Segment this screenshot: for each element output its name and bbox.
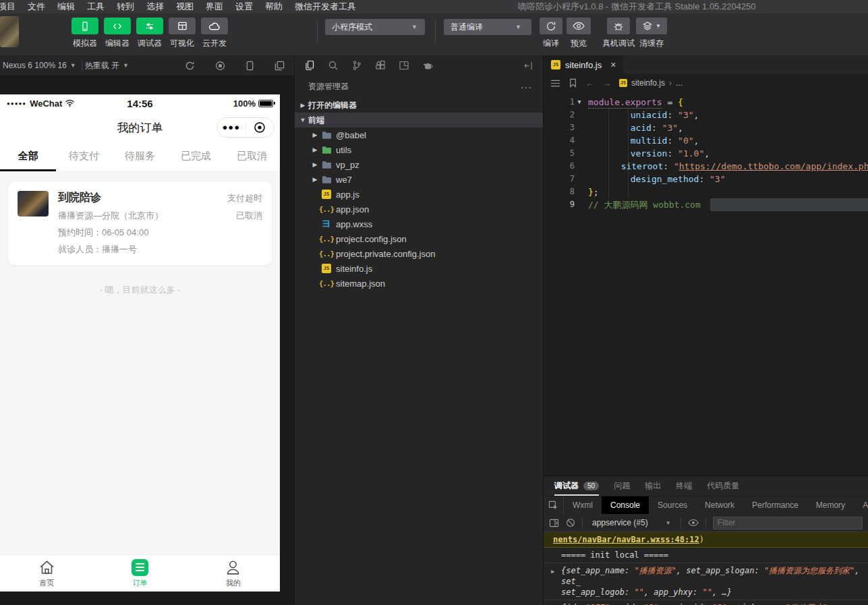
user-avatar[interactable] xyxy=(0,16,19,47)
theme-teapot-icon[interactable] xyxy=(422,61,434,70)
tree-item-project.config.json[interactable]: {..}project.config.json xyxy=(295,231,543,246)
toggle-模拟器[interactable]: 模拟器 xyxy=(71,18,98,49)
toggle-编辑器[interactable]: 编辑器 xyxy=(104,18,131,49)
chevron-down-icon: ▼ xyxy=(515,24,521,30)
tabbar-订单[interactable]: 订单 xyxy=(93,555,186,592)
debug-tab-问题[interactable]: 问题 xyxy=(614,476,630,496)
action-预览[interactable]: 预览 xyxy=(567,18,591,49)
context-select[interactable]: appservice (#5) ▼ xyxy=(589,518,674,527)
close-minimize-button[interactable] xyxy=(246,121,274,134)
tree-item-vp_pz[interactable]: ▶vp_pz xyxy=(295,157,543,172)
tree-item-app.json[interactable]: {..}app.json xyxy=(295,202,543,217)
close-icon[interactable]: × xyxy=(610,59,616,70)
record-icon[interactable] xyxy=(215,61,225,71)
tree-item-sitemap.json[interactable]: {..}sitemap.json xyxy=(295,276,543,291)
menu-9[interactable]: 帮助 xyxy=(265,1,283,13)
more-menu-button[interactable]: ●●● xyxy=(217,119,245,136)
js-file-icon: JS xyxy=(619,79,627,87)
console-eye-icon[interactable] xyxy=(688,519,699,527)
expand-arrow-icon[interactable]: ▶ xyxy=(551,566,554,577)
tree-item-we7[interactable]: ▶we7 xyxy=(295,172,543,187)
tabbar-首页[interactable]: 首页 xyxy=(0,555,93,592)
clear-console-icon[interactable] xyxy=(566,518,575,527)
editor-tab-siteinfo[interactable]: JS siteinfo.js × xyxy=(544,55,623,74)
menu-4[interactable]: 转到 xyxy=(117,1,134,13)
filter-input[interactable] xyxy=(713,517,863,529)
debug-tab-代码质量[interactable]: 代码质量 xyxy=(707,476,739,496)
toggle-可视化[interactable]: 可视化 xyxy=(169,18,196,49)
toggle-云开发[interactable]: 云开发 xyxy=(201,18,228,49)
devtools-tab-Network[interactable]: Network xyxy=(696,496,743,514)
action-编译[interactable]: 编译 xyxy=(540,18,562,49)
tree-section-前端[interactable]: ▼前端 xyxy=(295,113,543,127)
tree-item-project.private.config.json[interactable]: {..}project.private.config.json xyxy=(295,246,543,261)
menu-0[interactable]: 项目 xyxy=(0,1,16,13)
code-line-4: 4 multiid: "0", xyxy=(544,134,868,147)
debug-tab-调试器[interactable]: 调试器50 xyxy=(554,476,599,496)
bookmark-icon[interactable] xyxy=(569,78,577,88)
source-location-link[interactable]: nents/navBar/navBar.wxss:48:12 xyxy=(553,535,699,544)
url-link[interactable]: https://demo.ttbobo.com/app/index.php xyxy=(679,160,868,173)
console-message-2[interactable]: ▶{set_app_name: "播播资源", set_app_slogan: … xyxy=(544,563,868,600)
menu-6[interactable]: 视图 xyxy=(176,1,194,13)
menu-1[interactable]: 文件 xyxy=(28,1,45,13)
menu-5[interactable]: 选择 xyxy=(146,1,164,13)
tree-item-siteinfo.js[interactable]: JSsiteinfo.js xyxy=(295,261,543,276)
toggle-调试器[interactable]: 调试器 xyxy=(136,18,163,49)
cloud-icon xyxy=(201,18,228,34)
nav-back-icon[interactable]: ← xyxy=(585,78,594,88)
code-editor[interactable]: 1▼module.exports = {2 uniacid: "3",3 aci… xyxy=(544,92,868,476)
menu-3[interactable]: 工具 xyxy=(87,1,105,13)
files-icon[interactable] xyxy=(304,60,315,71)
mode-select[interactable]: 小程序模式 ▼ xyxy=(325,19,425,35)
devtools-tab-AppData[interactable]: AppData xyxy=(854,496,868,514)
tree-item-@babel[interactable]: ▶@babel xyxy=(295,127,543,142)
inspect-element-icon[interactable] xyxy=(544,496,564,514)
hot-reload-select[interactable]: 热重载 开 ▼ xyxy=(80,60,134,71)
dock-side-icon[interactable] xyxy=(549,519,559,527)
console-message-0[interactable]: nents/navBar/navBar.wxss:48:12) xyxy=(544,532,868,548)
tree-item-utils[interactable]: ▶utils xyxy=(295,142,543,157)
fold-icon[interactable]: ▼ xyxy=(575,96,584,109)
debug-tab-输出[interactable]: 输出 xyxy=(645,476,661,496)
tab-全部[interactable]: 全部 xyxy=(0,143,56,171)
compile-mode-select[interactable]: 普通编译 ▼ xyxy=(444,19,531,35)
tab-待支付[interactable]: 待支付 xyxy=(56,143,112,171)
devtools-tab-Wxml[interactable]: Wxml xyxy=(564,496,602,514)
multi-window-icon[interactable] xyxy=(274,61,285,71)
outline-icon[interactable] xyxy=(550,79,560,88)
tab-已取消[interactable]: 已取消 xyxy=(224,143,280,171)
extensions-icon[interactable] xyxy=(375,60,386,71)
breadcrumb-file[interactable]: JS siteinfo.js › ... xyxy=(619,78,683,88)
source-control-icon[interactable] xyxy=(351,60,362,71)
action-真机调试[interactable]: 真机调试 xyxy=(602,18,635,49)
order-hospital: 播播资源—分院（北京市） xyxy=(58,210,236,222)
order-card[interactable]: 到院陪诊 支付超时 播播资源—分院（北京市） 已取消 预约时间：06-05 04… xyxy=(8,181,272,265)
action-清缓存[interactable]: ▼清缓存 xyxy=(636,18,667,49)
devtools-tab-Console[interactable]: Console xyxy=(602,496,649,514)
tree-section-打开的编辑器[interactable]: ▶打开的编辑器 xyxy=(295,98,543,113)
tabbar-我的[interactable]: 我的 xyxy=(187,555,280,592)
device-select[interactable]: Nexus 6 100% 16 ▼ xyxy=(0,61,82,70)
tree-item-app.js[interactable]: JSapp.js xyxy=(295,187,543,202)
more-actions-icon[interactable]: ··· xyxy=(521,82,532,92)
restart-icon[interactable] xyxy=(185,61,195,71)
devtools-tab-Performance[interactable]: Performance xyxy=(743,496,807,514)
menu-8[interactable]: 设置 xyxy=(235,1,253,13)
preview-window-icon[interactable] xyxy=(399,60,409,71)
debug-tab-终端[interactable]: 终端 xyxy=(676,476,692,496)
devtools-tab-Memory[interactable]: Memory xyxy=(807,496,854,514)
search-icon[interactable] xyxy=(328,60,339,71)
collapse-sidebar-icon[interactable] xyxy=(523,61,533,71)
tab-已完成[interactable]: 已完成 xyxy=(168,143,224,171)
nav-forward-icon[interactable]: → xyxy=(602,78,611,88)
menu-7[interactable]: 界面 xyxy=(206,1,223,13)
menu-10[interactable]: 微信开发者工具 xyxy=(295,1,356,13)
device-frame-icon[interactable] xyxy=(245,61,254,71)
tree-item-app.wxss[interactable]: ヨapp.wxss xyxy=(295,217,543,231)
order-status-tabs: 全部待支付待服务已完成已取消 xyxy=(0,143,280,172)
console-message-3[interactable]: ▶{id: "277", uid: "3", uniacid: "3", nic… xyxy=(544,600,868,605)
devtools-tab-Sources[interactable]: Sources xyxy=(649,496,696,514)
tab-待服务[interactable]: 待服务 xyxy=(112,143,168,171)
menu-2[interactable]: 编辑 xyxy=(57,1,75,13)
